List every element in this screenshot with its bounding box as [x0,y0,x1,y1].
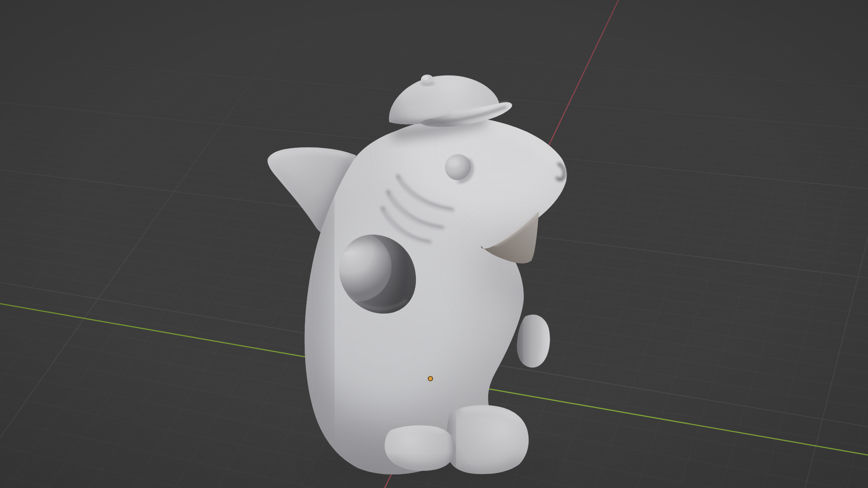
3d-viewport[interactable]: Dark 3D viewport with a gray clay model … [0,0,868,488]
noise-overlay [0,0,868,488]
